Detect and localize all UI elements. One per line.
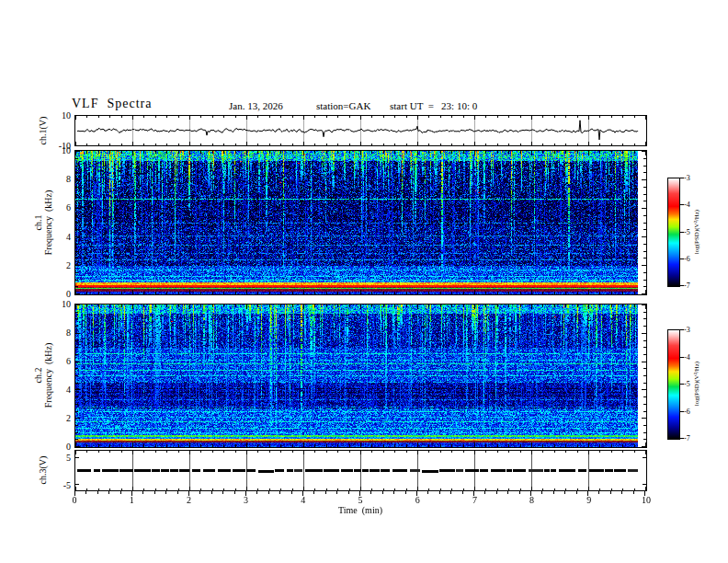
x-tick-label: 1	[118, 495, 145, 505]
colorbar-2	[667, 329, 680, 440]
x-tick-label: 7	[461, 495, 488, 505]
plot-start-ut: start UT = 23: 10: 0	[390, 100, 477, 111]
plot-station: station=GAK	[316, 100, 370, 111]
ch1-wave-ytick-label: 10	[0, 110, 71, 121]
x-tick-label: 0	[61, 495, 88, 505]
ch1-frequency-axis-label-line2: Frequency (kHz)	[43, 190, 53, 256]
ch1-spec-ytick-label: 10	[0, 145, 71, 155]
colorbar-1	[667, 178, 680, 287]
ch1-spec-ytick-label: 8	[0, 174, 71, 184]
ch2-spectrogram-panel	[74, 304, 647, 448]
colorbar-1-gradient	[668, 178, 679, 286]
ch3-panel	[74, 450, 647, 491]
colorbar-tick-label: -3	[684, 326, 690, 334]
plot-date: Jan. 13, 2026	[229, 100, 283, 111]
ch2-spec-ytick-label: 0	[0, 442, 71, 452]
ch1-spectrogram-panel	[74, 150, 647, 295]
x-tick-label: 8	[518, 495, 546, 505]
x-tick-label: 2	[175, 495, 202, 505]
ch1-frequency-axis-label-line1: ch.1	[33, 190, 43, 256]
x-tick-label: 9	[575, 495, 603, 505]
colorbar-tick-label: -6	[684, 407, 690, 415]
colorbar-tick-label: -4	[684, 352, 690, 361]
colorbar-tick-label: -4	[684, 201, 690, 209]
colorbar-tick-label: -5	[684, 380, 690, 388]
colorbar-tick-label: -6	[684, 254, 690, 262]
ch2-frequency-axis-label-line1: ch.2	[33, 343, 43, 408]
ch1-waveform-canvas	[75, 116, 646, 145]
ch1-spec-ytick-label: 6	[0, 202, 71, 213]
ch2-spectrogram-canvas	[75, 304, 646, 447]
ch2-spec-ytick-label: 4	[0, 385, 71, 395]
x-tick-label: 3	[233, 495, 260, 505]
ch1-spec-ytick-label: 4	[0, 231, 71, 241]
ch1-waveform-panel	[74, 115, 647, 146]
ch2-frequency-axis-label: ch.2 Frequency (kHz)	[33, 343, 53, 408]
colorbar-tick-label: -7	[684, 434, 690, 442]
ch2-frequency-axis-label-line2: Frequency (kHz)	[43, 343, 53, 408]
ch3-canvas	[75, 451, 646, 490]
colorbar-1-label: log(PSD)(V²/Hz)	[693, 210, 700, 254]
colorbar-tick-label: -3	[684, 174, 690, 182]
x-tick-label: 4	[290, 495, 317, 505]
colorbar-2-gradient	[668, 330, 679, 439]
x-axis-title: Time (min)	[314, 505, 406, 515]
x-tick-label: 5	[347, 495, 374, 505]
ch1-spectrogram-canvas	[75, 151, 646, 294]
x-tick-label: 6	[404, 495, 431, 505]
ch2-spec-ytick-label: 8	[0, 327, 71, 338]
ch3-ytick-label: 5	[0, 452, 71, 462]
ch1-spec-ytick-label: 0	[0, 289, 71, 299]
ch2-spec-ytick-label: 2	[0, 413, 71, 423]
colorbar-tick-label: -5	[684, 227, 690, 236]
ch2-spec-ytick-label: 10	[0, 299, 71, 309]
ch1-spec-ytick-label: 2	[0, 259, 71, 270]
colorbar-tick-label: -7	[684, 282, 690, 290]
vlf-spectra-figure: VLF Spectra Jan. 13, 2026 station=GAK st…	[0, 0, 728, 563]
ch2-spec-ytick-label: 6	[0, 356, 71, 366]
ch1-frequency-axis-label: ch.1 Frequency (kHz)	[33, 190, 53, 256]
colorbar-2-label: log(PSD)(V²/Hz)	[693, 362, 700, 406]
plot-title: VLF Spectra	[72, 97, 152, 111]
x-tick-label: 10	[632, 495, 660, 505]
ch3-ytick-label: -5	[0, 479, 71, 489]
